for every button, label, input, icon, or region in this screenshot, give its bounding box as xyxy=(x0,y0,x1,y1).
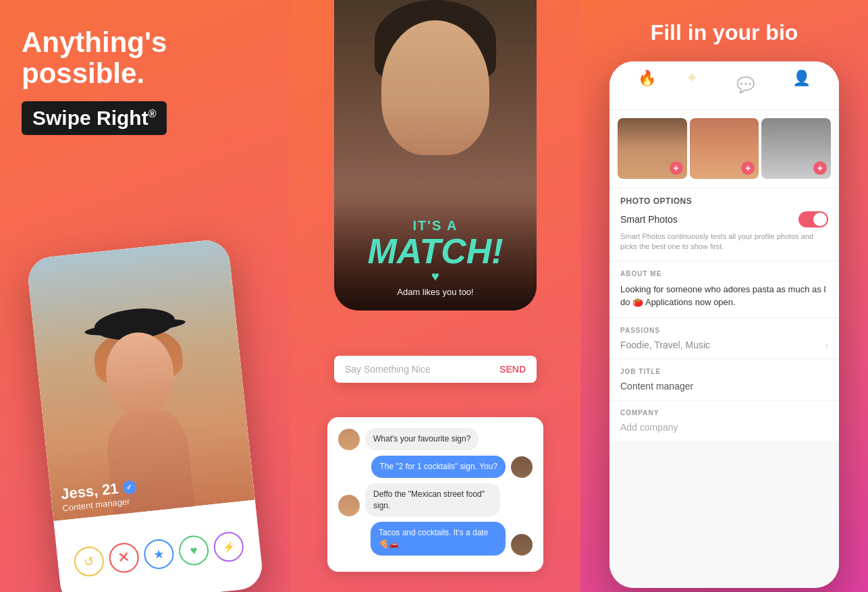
phone-match: IT'S A MATCH! ♥ Adam likes you too! xyxy=(334,0,537,311)
company-label: COMPANY xyxy=(620,409,828,416)
job-section: JOB TITLE Content manager xyxy=(609,360,839,400)
bubble-1: What's your favourite sign? xyxy=(365,428,479,450)
about-me-label: ABOUT ME xyxy=(620,270,828,277)
avatar-girl-2 xyxy=(338,495,360,516)
send-button[interactable]: SEND xyxy=(499,364,526,375)
company-placeholder[interactable]: Add company xyxy=(620,422,828,433)
add-photo-1[interactable]: + xyxy=(670,161,683,175)
photo-options-section: PHOTO OPTIONS Smart Photos Smart Photos … xyxy=(609,188,839,261)
photo-options-label: PHOTO OPTIONS xyxy=(620,196,828,206)
match-photo: IT'S A MATCH! ♥ Adam likes you too! xyxy=(334,0,537,311)
panel-3-title: Fill in your bio xyxy=(651,20,798,45)
add-photo-2[interactable]: + xyxy=(741,161,755,175)
chat-placeholder[interactable]: Say Something Nice xyxy=(345,364,431,375)
photo-thumb-1[interactable]: + xyxy=(618,118,687,179)
tab-bar: 🔥 ✦ 💬 👤 xyxy=(609,61,839,110)
passions-chevron: › xyxy=(825,340,828,350)
bubble-2: The "2 for 1 cocktails" sign. You? xyxy=(371,456,506,478)
msg-4: Tacos and cocktails. It's a date 🍕🚗 xyxy=(338,522,533,556)
msg-1: What's your favourite sign? xyxy=(338,428,533,450)
passions-row[interactable]: Foodie, Travel, Music › xyxy=(620,340,828,350)
avatar-boy-2 xyxy=(511,534,533,556)
photo-thumb-2[interactable]: + xyxy=(690,118,759,179)
avatar-girl-1 xyxy=(338,429,360,450)
phone-profile: 🔥 ✦ 💬 👤 + + + PHOTO OPTIONS xyxy=(609,61,839,588)
card-photo: Jess, 21 ✓ Content manager xyxy=(26,238,255,521)
chat-messages: What's your favourite sign? The "2 for 1… xyxy=(327,417,543,572)
match-text: MATCH! xyxy=(348,234,523,269)
undo-button[interactable]: ↺ xyxy=(73,545,105,578)
chat-input-bar: Say Something Nice SEND xyxy=(334,356,537,383)
verified-badge: ✓ xyxy=(121,480,136,495)
company-section: COMPANY Add company xyxy=(609,401,839,441)
passions-label: PASSIONS xyxy=(620,327,828,334)
photos-grid: + + + xyxy=(609,110,839,187)
job-label: JOB TITLE xyxy=(620,368,828,375)
about-me-section: ABOUT ME Looking for someone who adores … xyxy=(609,262,839,317)
panel-1: Anything's possible. Swipe Right® Jess, … xyxy=(0,0,290,592)
about-me-text[interactable]: Looking for someone who adores pasta as … xyxy=(620,283,828,309)
nope-button[interactable]: ✕ xyxy=(107,541,140,574)
match-face xyxy=(381,20,489,155)
passions-section: PASSIONS Foodie, Travel, Music › xyxy=(609,319,839,358)
job-value[interactable]: Content manager xyxy=(620,381,828,392)
superlike-button[interactable]: ★ xyxy=(142,538,175,570)
tab-profile[interactable]: 👤 xyxy=(792,70,811,101)
smart-photos-desc: Smart Photos continuously tests all your… xyxy=(620,232,828,252)
heart-icon: ♥ xyxy=(348,269,523,284)
smart-photos-toggle[interactable] xyxy=(798,211,828,227)
panel-2: IT'S A MATCH! ♥ Adam likes you too! Say … xyxy=(290,0,580,592)
msg-3: Deffo the "Mexican street food" sign. xyxy=(338,483,533,517)
tab-tinder[interactable]: 🔥 xyxy=(638,70,656,101)
passions-value: Foodie, Travel, Music xyxy=(620,340,710,350)
swipe-badge: Swipe Right® xyxy=(22,101,167,135)
add-photo-3[interactable]: + xyxy=(813,161,827,175)
panel-3: Fill in your bio 🔥 ✦ 💬 👤 + + + xyxy=(580,0,868,592)
smart-photos-label: Smart Photos xyxy=(620,214,678,225)
like-button[interactable]: ♥ xyxy=(178,534,210,566)
msg-2: The "2 for 1 cocktails" sign. You? xyxy=(338,456,533,478)
tab-messages[interactable]: 💬 xyxy=(728,70,763,101)
bubble-3: Deffo the "Mexican street food" sign. xyxy=(365,483,500,517)
boost-button[interactable]: ⚡ xyxy=(213,531,245,563)
likes-you-text: Adam likes you too! xyxy=(348,287,523,297)
bubble-4: Tacos and cocktails. It's a date 🍕🚗 xyxy=(371,522,506,556)
smart-photos-row: Smart Photos xyxy=(620,211,828,227)
phone-mockup-1: Jess, 21 ✓ Content manager ↺ ✕ ★ ♥ ⚡ xyxy=(26,238,265,592)
photo-thumb-3[interactable]: + xyxy=(761,118,831,179)
avatar-boy-1 xyxy=(511,456,533,478)
tab-star[interactable]: ✦ xyxy=(686,70,698,101)
tagline: Anything's possible. xyxy=(22,27,269,89)
match-overlay: IT'S A MATCH! ♥ Adam likes you too! xyxy=(334,205,537,311)
